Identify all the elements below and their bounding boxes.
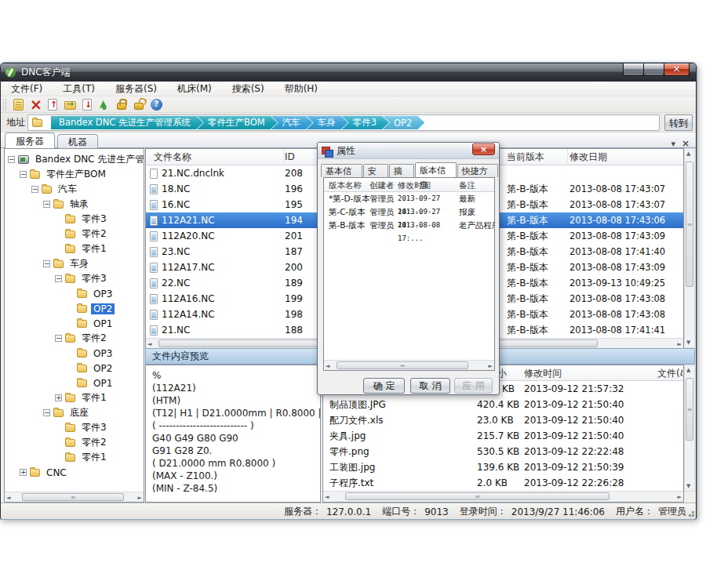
address-field[interactable]: Bandex DNC 先进生产管理系统零件生产BOM汽车车身零件3OP2 [27,114,660,131]
scroll-left-icon[interactable] [325,494,329,500]
menu-item[interactable]: 工具(T) [53,82,105,96]
tree-item[interactable]: −零件生产BOM [5,167,144,182]
toolbar-unlock-button[interactable] [130,96,147,112]
dialog-tab[interactable]: 快捷方式 [457,164,499,177]
collapse-icon[interactable]: − [31,186,38,193]
collapse-icon[interactable]: − [8,156,15,163]
column-header-modified[interactable]: 修改时间 [524,365,602,381]
toolbar-lock-button[interactable] [113,96,130,112]
cancel-button[interactable]: 取 消 [410,378,450,394]
go-button[interactable]: 转到 [664,114,693,131]
tree-item[interactable]: −轴承 [5,197,144,212]
tab-机器[interactable]: 机器 [57,134,98,148]
column-header-file[interactable]: 文件(& [657,365,682,381]
scroll-right-icon[interactable] [678,494,682,500]
dialog-tab[interactable]: 基本信息 [321,164,362,177]
tree-item[interactable]: OP3 [5,346,144,361]
tree-horizontal-scrollbar[interactable]: ≡ [5,492,144,502]
tree-item[interactable]: −零件2 [5,331,144,346]
collapse-icon[interactable]: − [55,275,62,282]
column-header-version[interactable]: 当前版本 [507,149,568,165]
attachment-row[interactable]: 制品顶图.JPG420.4 KB2013-09-12 21:50:40 [323,397,683,412]
collapse-icon[interactable]: − [55,335,62,342]
dialog-close-button[interactable] [472,143,495,155]
attachment-row[interactable]: 零件.png530.5 KB2013-09-12 22:22:48 [323,444,683,459]
dialog-tab[interactable]: 摘要 [389,164,414,177]
tab-服务器[interactable]: 服务器 [5,132,55,148]
dialog-horizontal-scrollbar[interactable]: ≡ [324,360,494,370]
tree-item[interactable]: 零件3 [5,420,144,435]
version-row[interactable]: *第-D-版本管理员2013-09-27 14:...最新 [324,192,494,205]
expand-icon[interactable]: + [20,469,27,476]
title-bar[interactable]: DNC客户端 [1,64,696,82]
attachment-row[interactable]: 子程序.txt2.0 KB2013-09-12 22:26:28 [323,475,683,491]
minimize-button[interactable] [623,64,644,76]
tree-item[interactable]: 零件1 [5,450,144,465]
scrollbar-thumb[interactable]: ≡ [337,361,468,369]
resize-grip-icon[interactable] [692,514,694,517]
tree-item[interactable]: −车身 [5,256,144,271]
tree-item[interactable]: +零件1 [5,390,144,405]
toolbar-help-button[interactable] [147,96,165,112]
attachment-row[interactable]: 夹具.jpg215.7 KB2013-09-12 21:50:40 [323,428,683,444]
tree-item[interactable]: 零件2 [5,227,144,241]
tree-item[interactable]: −Bandex DNC 先进生产管理系统 [5,152,144,167]
tree-item[interactable]: −汽车 [5,182,144,197]
menu-item[interactable]: 搜索(S) [222,82,275,96]
toolbar-checkin-file-button[interactable] [44,96,61,112]
expand-icon[interactable]: + [55,394,62,401]
scroll-left-icon[interactable] [147,341,151,347]
toolbar-export-folder-button[interactable] [61,96,78,112]
scrollbar-thumb[interactable]: ≡ [345,492,610,500]
collapse-icon[interactable]: − [43,201,50,208]
attachments-horizontal-scrollbar[interactable]: ≡ [323,491,683,502]
column-header-filename[interactable]: 文件名称 [154,149,285,165]
breadcrumb-item[interactable]: Bandex DNC 先进生产管理系统 [51,116,203,129]
scroll-down-icon[interactable] [686,483,690,489]
scroll-up-icon[interactable] [686,151,690,157]
scroll-left-icon[interactable] [326,363,329,369]
attachment-row[interactable]: 配刀文件.xls23.0 KB2013-09-12 21:50:40 [323,412,683,428]
attachments-vertical-scrollbar[interactable]: ≡ [684,365,695,492]
toolbar-delete-button[interactable] [27,96,44,112]
dialog-tab[interactable]: 安全 [363,164,388,177]
toolbar-checkout-file-button[interactable] [78,96,96,112]
tree-item[interactable]: OP2 [5,301,144,316]
filelist-vertical-scrollbar[interactable]: ≡ [684,148,695,348]
menu-item[interactable]: 帮助(H) [275,82,328,96]
dialog-tab[interactable]: 版本信息 [415,162,457,177]
tree-item[interactable]: 零件2 [5,435,144,450]
column-header-modified[interactable]: 修改日期 [570,149,679,165]
column-header-note[interactable]: 备注 [459,178,475,192]
tree-item[interactable]: OP1 [5,376,144,390]
scroll-left-icon[interactable] [6,495,10,501]
scroll-right-icon[interactable] [678,341,682,347]
menu-item[interactable]: 机床(M) [167,82,222,96]
column-header-creator[interactable]: 创建者 [369,178,395,192]
tree-item[interactable]: −零件3 [5,271,144,286]
apply-button[interactable]: 应 用 [454,378,493,394]
scroll-up-icon[interactable] [686,367,690,373]
tree-item[interactable]: OP2 [5,361,144,376]
tree-item[interactable]: −底座 [5,405,144,420]
tree-item[interactable]: +CNC [5,465,144,480]
ok-button[interactable]: 确 定 [363,378,405,394]
scrollbar-thumb[interactable]: ≡ [22,493,124,501]
tree-item[interactable]: OP3 [5,286,144,301]
menu-item[interactable]: 服务器(S) [105,82,167,96]
scrollbar-thumb[interactable]: ≡ [686,378,693,441]
version-row[interactable]: 第-C-版本管理员2013-09-27 14:...报废 [324,205,494,219]
close-button[interactable] [664,64,690,76]
scroll-right-icon[interactable] [138,495,142,501]
tree-item[interactable]: 零件1 [5,241,144,256]
dialog-title-bar[interactable]: 属性 [318,143,499,159]
attachment-row[interactable]: 工装图.jpg139.6 KB2013-09-12 21:50:39 [323,459,683,475]
collapse-icon[interactable]: − [20,171,27,178]
scroll-down-icon[interactable] [686,339,690,346]
menu-item[interactable]: 文件(F) [1,82,53,96]
maximize-button[interactable] [643,64,664,76]
version-row[interactable]: 第-B-版本管理员2013-08-08 17:...老产品程序 [324,219,494,232]
collapse-icon[interactable]: − [43,260,50,267]
toolbar-notes-button[interactable] [9,96,27,112]
column-header-version-name[interactable]: 版本名称 [329,178,362,192]
